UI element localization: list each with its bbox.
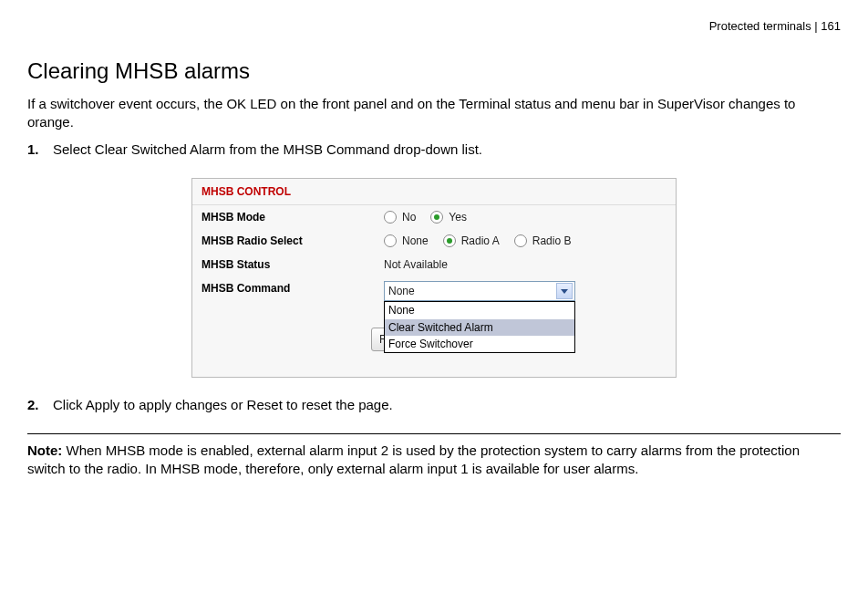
radio-mode-yes[interactable] <box>430 211 443 224</box>
page-title: Clearing MHSB alarms <box>27 57 841 86</box>
row-mhsb-radio-select: MHSB Radio Select None Radio A Radio B <box>192 229 676 253</box>
radio-select-none[interactable] <box>384 234 397 247</box>
intro-paragraph: If a switchover event occurs, the OK LED… <box>27 95 841 132</box>
row-mhsb-mode: MHSB Mode No Yes <box>192 205 676 229</box>
breadcrumb: Protected terminals | 161 <box>709 19 841 33</box>
step-list-2: 2. Click Apply to apply changes or Reset… <box>27 396 841 414</box>
figure-wrapper: MHSB CONTROL MHSB Mode No Yes MHSB Radio… <box>27 178 841 379</box>
select-option-none[interactable]: None <box>385 302 574 318</box>
radio-select-a[interactable] <box>443 234 456 247</box>
separator <box>27 433 841 434</box>
select-dropdown-list: None Clear Switched Alarm Force Switchov… <box>384 301 575 353</box>
panel-title: MHSB CONTROL <box>192 179 676 205</box>
step-1: 1. Select Clear Switched Alarm from the … <box>27 140 841 159</box>
step-1-number: 1. <box>27 140 53 159</box>
step-2-number: 2. <box>27 396 53 414</box>
label-mhsb-status: MHSB Status <box>202 257 384 272</box>
radio-select-b-label: Radio B <box>532 234 572 248</box>
step-2-text: Click Apply to apply changes or Reset to… <box>53 396 393 414</box>
radio-mode-yes-label: Yes <box>449 210 467 224</box>
radio-select-a-label: Radio A <box>461 234 500 248</box>
select-current-value: None <box>388 284 415 298</box>
chevron-down-icon[interactable] <box>556 283 573 299</box>
radio-mode-no[interactable] <box>384 211 397 224</box>
row-mhsb-status: MHSB Status Not Available <box>192 253 676 276</box>
note-paragraph: Note: When MHSB mode is enabled, externa… <box>27 442 841 479</box>
select-option-force-switchover[interactable]: Force Switchover <box>385 336 574 352</box>
value-mhsb-status: Not Available <box>384 257 448 272</box>
label-mhsb-radio-select: MHSB Radio Select <box>202 234 384 248</box>
radio-select-none-label: None <box>402 234 429 248</box>
radio-mode-no-label: No <box>402 210 416 224</box>
row-mhsb-command: MHSB Command None None Clear Switched Al… <box>192 276 676 306</box>
step-list: 1. Select Clear Switched Alarm from the … <box>27 140 841 159</box>
note-body: When MHSB mode is enabled, external alar… <box>27 442 800 476</box>
mhsb-control-panel: MHSB CONTROL MHSB Mode No Yes MHSB Radio… <box>191 178 677 379</box>
select-display[interactable]: None <box>384 281 575 301</box>
step-2: 2. Click Apply to apply changes or Reset… <box>27 396 841 414</box>
step-1-text: Select Clear Switched Alarm from the MHS… <box>53 140 482 159</box>
page-header: Protected terminals | 161 <box>27 18 841 35</box>
mhsb-command-select[interactable]: None None Clear Switched Alarm Force Swi… <box>384 281 575 301</box>
note-prefix: Note: <box>27 442 62 458</box>
select-option-clear-switched-alarm[interactable]: Clear Switched Alarm <box>385 319 574 336</box>
label-mhsb-command: MHSB Command <box>202 281 384 296</box>
label-mhsb-mode: MHSB Mode <box>202 210 384 224</box>
radio-select-b[interactable] <box>514 234 527 247</box>
